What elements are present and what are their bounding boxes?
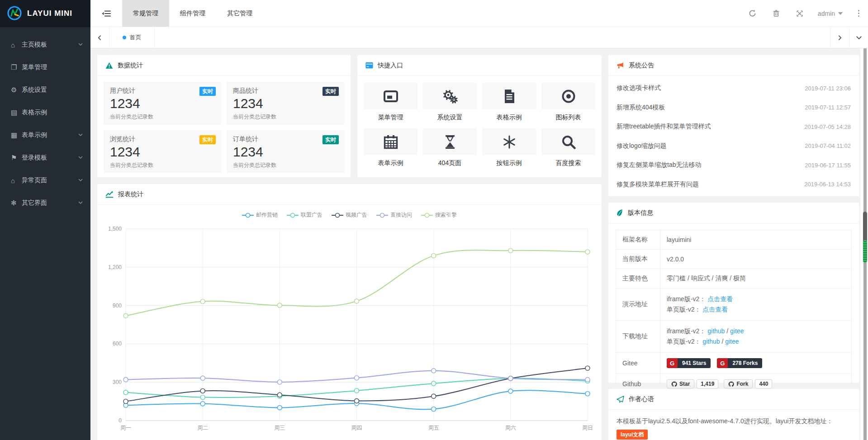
calendar-icon: [383, 134, 399, 150]
content-area: 数据统计 用户统计1234当前分类总记录数实时商品统计1234当前分类总记录数实…: [90, 48, 868, 440]
legend-marker-icon: [242, 213, 254, 218]
svg-text:周一: 周一: [120, 425, 131, 431]
chevron-down-icon: [78, 154, 83, 161]
stat-badge: 实时: [323, 135, 339, 144]
notice-item-2[interactable]: 新增系统404模板2019-07-11 12:57: [617, 98, 851, 118]
notice-date: 2019-07-04 11:02: [805, 142, 851, 149]
version-link[interactable]: github: [702, 338, 720, 345]
chevron-down-icon: [78, 132, 83, 139]
version-link[interactable]: gitee: [725, 338, 739, 345]
version-row-label: 演示地址: [616, 289, 660, 321]
notice-item-3[interactable]: 新增treetable插件和菜单管理样式2019-07-05 14:28: [617, 117, 851, 137]
notice-date: 2019-06-17 11:55: [805, 162, 851, 169]
quick-entry-3[interactable]: 表格示例: [482, 83, 536, 125]
sidebar-item-1[interactable]: ⌂主页模板: [0, 33, 90, 56]
layui-doc-badge[interactable]: layui文档: [617, 430, 648, 440]
quick-entry-4[interactable]: 图标列表: [541, 83, 595, 125]
quick-entry-5[interactable]: 表单示例: [364, 128, 417, 170]
gitee-badge-2[interactable]: G278 Forks: [717, 358, 762, 368]
version-link[interactable]: 点击查看: [707, 295, 733, 303]
sidebar-item-2[interactable]: ❐菜单管理: [0, 56, 90, 79]
collapse-sidebar-icon[interactable]: [90, 0, 122, 27]
svg-text:300: 300: [113, 379, 122, 385]
gitee-badge-1[interactable]: G941 Stars: [667, 358, 711, 368]
author-line-1: 本模板基于layui2.5.4以及font-awesome-4.7.0进行实现。…: [617, 415, 851, 428]
quick-entry-6[interactable]: 404页面: [423, 128, 477, 170]
quick-entry-label: 404页面: [423, 159, 477, 167]
svg-text:周五: 周五: [428, 425, 439, 431]
github-star-count[interactable]: 1,419: [697, 379, 718, 388]
svg-text:0: 0: [119, 417, 122, 424]
scrollbar-indicator[interactable]: [863, 240, 867, 263]
sidebar-item-8[interactable]: ✻其它界面: [0, 192, 90, 214]
version-link[interactable]: github: [707, 327, 725, 335]
legend-item-4[interactable]: 直接访问: [376, 211, 412, 219]
more-menu-icon[interactable]: [849, 0, 868, 27]
quick-entry-1[interactable]: 菜单管理: [364, 83, 417, 125]
search-icon: [560, 134, 577, 150]
notice-item-4[interactable]: 修改logo缩放问题2019-07-04 11:02: [617, 137, 851, 156]
stat-value: 1234: [110, 144, 215, 160]
svg-text:周三: 周三: [274, 425, 285, 431]
stat-value: 1234: [110, 95, 215, 112]
asterisk-icon: ✻: [11, 199, 22, 207]
github-fork-count[interactable]: 440: [755, 379, 772, 388]
sidebar-item-7[interactable]: ⌂异常页面: [0, 169, 90, 192]
top-nav-tab-1[interactable]: 常规管理: [122, 0, 169, 27]
tabs-scroll-right-icon[interactable]: [830, 27, 849, 48]
svg-text:1,500: 1,500: [108, 226, 122, 232]
quick-entry-8[interactable]: 百度搜索: [541, 128, 595, 170]
legend-item-1[interactable]: 邮件营销: [242, 211, 278, 219]
tab-home[interactable]: 首页: [109, 27, 155, 48]
card-system-notice: 系统公告 修改选项卡样式2019-07-11 23:06新增系统404模板201…: [608, 55, 859, 196]
line-chart[interactable]: 03006009001,2001,500周一周二周三周四周五周六周日: [97, 219, 602, 440]
quick-entry-label: 系统设置: [423, 114, 477, 122]
user-menu[interactable]: admin: [811, 0, 849, 27]
github-fork-button[interactable]: Fork: [724, 379, 753, 388]
quick-entry-2[interactable]: 系统设置: [423, 83, 477, 125]
legend-item-5[interactable]: 搜索引擎: [421, 211, 457, 219]
logo[interactable]: LAYUI MINI: [0, 0, 90, 27]
version-link[interactable]: 点击查看: [702, 306, 728, 313]
card-title: 快捷入口: [378, 62, 403, 70]
github-octocat-icon: [671, 381, 677, 387]
github-star-button[interactable]: Star: [667, 379, 694, 388]
sidebar-item-4[interactable]: ▤表格示例: [0, 101, 90, 124]
top-nav: 常规管理组件管理其它管理: [122, 0, 263, 27]
card-data-stats: 数据统计 用户统计1234当前分类总记录数实时商品统计1234当前分类总记录数实…: [97, 55, 351, 177]
version-link[interactable]: gitee: [730, 327, 744, 335]
notice-text: 新增treetable插件和菜单管理样式: [617, 123, 711, 131]
sidebar-item-6[interactable]: ⚑登录模板: [0, 147, 90, 169]
notice-item-1[interactable]: 修改选项卡样式2019-07-11 23:06: [617, 79, 851, 98]
notice-date: 2019-07-11 23:06: [805, 85, 851, 92]
sidebar-item-label: 其它界面: [22, 199, 78, 207]
quick-entry-7[interactable]: 按钮示例: [482, 128, 536, 170]
sidebar-item-3[interactable]: ⚙系统设置: [0, 79, 90, 101]
legend-item-2[interactable]: 联盟广告: [287, 211, 323, 219]
top-nav-tab-3[interactable]: 其它管理: [216, 0, 263, 27]
legend-item-3[interactable]: 视频广告: [332, 211, 367, 219]
clear-cache-trash-icon[interactable]: [764, 0, 788, 27]
card-title: 系统公告: [629, 62, 654, 70]
snowflake-icon: [501, 134, 517, 150]
sidebar: LAYUI MINI ⌂主页模板❐菜单管理⚙系统设置▤表格示例▦表单示例⚑登录模…: [0, 0, 90, 440]
sidebar-item-5[interactable]: ▦表单示例: [0, 124, 90, 147]
notice-item-5[interactable]: 修复左侧菜单缩放tab无法移动2019-06-17 11:55: [617, 156, 851, 175]
svg-text:周四: 周四: [351, 425, 362, 431]
notice-item-6[interactable]: 修复多模块菜单栏展开有问题2019-06-13 14:53: [617, 175, 851, 194]
gear-icon: ⚙: [11, 86, 22, 94]
tabs-dropdown-icon[interactable]: [849, 27, 868, 48]
svg-text:1,200: 1,200: [108, 264, 122, 270]
warning-triangle-icon: [105, 62, 113, 69]
tabs-scroll-left-icon[interactable]: [90, 27, 109, 48]
stat-desc: 当前分类总记录数: [233, 113, 338, 121]
fullscreen-icon[interactable]: [788, 0, 811, 27]
app-title: LAYUI MINI: [27, 9, 72, 18]
stat-box-3: 浏览统计1234当前分类总记录数实时: [104, 130, 221, 173]
stat-value: 1234: [233, 144, 338, 160]
scrollbar-thumb[interactable]: [863, 212, 867, 242]
gitee-logo-icon: G: [717, 358, 728, 368]
top-nav-tab-2[interactable]: 组件管理: [169, 0, 216, 27]
version-row-6: GiteeG941 StarsG278 Forks: [616, 353, 852, 374]
refresh-icon[interactable]: [741, 0, 764, 27]
